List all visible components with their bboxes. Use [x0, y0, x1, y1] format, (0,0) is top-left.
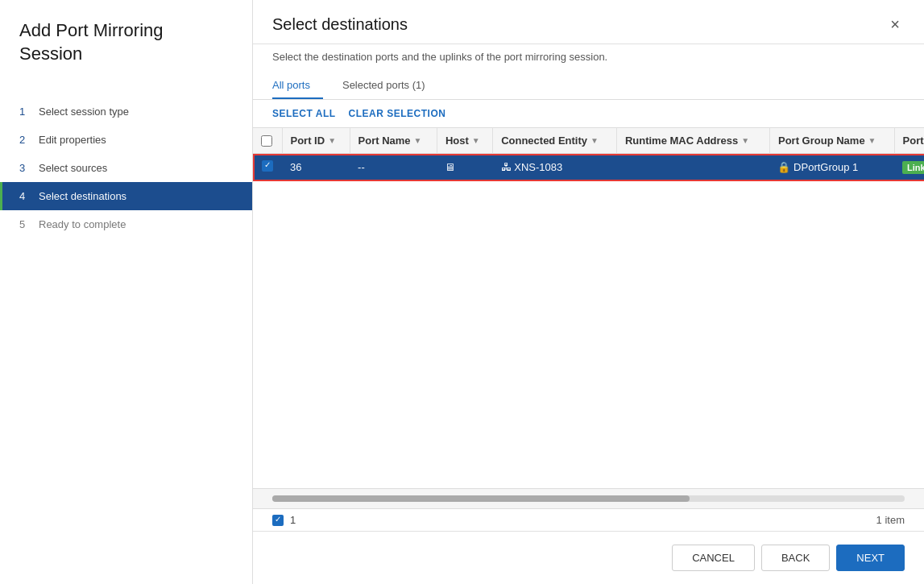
col-port-name: Port Name ▼ — [350, 128, 437, 154]
tabs-bar: All portsSelected ports (1) — [253, 72, 924, 100]
step-num-1: 1 — [19, 106, 31, 118]
sort-icon-port-id[interactable]: ▼ — [328, 136, 336, 145]
sort-icon-host[interactable]: ▼ — [472, 136, 480, 145]
cell-port-id: 36 — [282, 154, 350, 181]
tab-all[interactable]: All ports — [272, 72, 323, 99]
wizard-step-3[interactable]: 3 Select sources — [0, 154, 252, 182]
cell-port-state: Link Up — [894, 154, 924, 181]
wizard-step-2[interactable]: 2 Edit properties — [0, 126, 252, 154]
ports-table: Port ID ▼ Port Name ▼ Host ▼ — [253, 128, 924, 181]
actions-bar: CANCEL BACK NEXT — [253, 531, 924, 584]
step-num-3: 3 — [19, 162, 31, 174]
clear-selection-button[interactable]: CLEAR SELECTION — [349, 108, 446, 119]
col-port-state: Port State ▼ — [894, 128, 924, 154]
tab-selected[interactable]: Selected ports (1) — [342, 72, 438, 99]
sort-icon-connected-entity[interactable]: ▼ — [590, 136, 599, 145]
step-num-4: 4 — [19, 190, 31, 202]
col-host: Host ▼ — [437, 128, 492, 154]
cell-host: 🖥 — [437, 154, 492, 181]
wizard-steps: 1 Select session type2 Edit properties3 … — [0, 85, 252, 251]
wizard-step-1[interactable]: 1 Select session type — [0, 97, 252, 126]
footer-checkbox[interactable] — [272, 515, 284, 526]
scrollbar-thumb[interactable] — [272, 495, 690, 502]
cell-port-name: -- — [350, 154, 437, 181]
scroll-area — [253, 488, 924, 508]
cell-connected-entity: 🖧 XNS-1083 — [493, 154, 617, 181]
close-button[interactable]: × — [885, 14, 905, 34]
row-checkbox[interactable] — [262, 160, 273, 172]
step-label-1: Select session type — [39, 106, 129, 118]
footer-bar: 1 1 item — [253, 508, 924, 531]
col-checkbox — [253, 128, 282, 154]
scrollbar-track — [272, 495, 905, 502]
main-content: Select destinations × Select the destina… — [253, 0, 924, 584]
port-state-badge: Link Up — [902, 161, 924, 174]
step-num-5: 5 — [19, 218, 31, 230]
step-label-3: Select sources — [39, 162, 107, 174]
sidebar-title: Add Port Mirroring Session — [0, 19, 252, 85]
sort-icon-port-group-name[interactable]: ▼ — [868, 136, 876, 145]
sidebar: Add Port Mirroring Session 1 Select sess… — [0, 0, 253, 584]
dialog-subtitle: Select the destination ports and the upl… — [253, 44, 924, 72]
next-button[interactable]: NEXT — [836, 545, 905, 571]
step-label-5: Ready to complete — [39, 218, 126, 230]
wizard-step-4[interactable]: 4 Select destinations — [0, 182, 252, 210]
table-toolbar: SELECT ALL CLEAR SELECTION — [253, 100, 924, 127]
footer-selected-count: 1 — [290, 514, 296, 526]
cancel-button[interactable]: CANCEL — [672, 545, 755, 571]
footer-item-count: 1 item — [296, 514, 905, 526]
col-port-id: Port ID ▼ — [282, 128, 350, 154]
step-label-2: Edit properties — [39, 134, 106, 146]
footer-checkbox-area: 1 — [272, 514, 296, 526]
header-checkbox[interactable] — [261, 135, 272, 147]
row-checkbox-cell — [253, 154, 282, 181]
table-header: Port ID ▼ Port Name ▼ Host ▼ — [253, 128, 924, 154]
sort-icon-runtime-mac[interactable]: ▼ — [741, 136, 749, 145]
table-wrap: Port ID ▼ Port Name ▼ Host ▼ — [253, 127, 924, 488]
select-all-button[interactable]: SELECT ALL — [272, 108, 336, 119]
dialog-header: Select destinations × — [253, 0, 924, 44]
col-runtime-mac: Runtime MAC Address ▼ — [616, 128, 769, 154]
sort-icon-port-name[interactable]: ▼ — [414, 136, 422, 145]
cell-port-group-name: 🔒 DPortGroup 1 — [769, 154, 894, 181]
table-body: 36--🖥🖧 XNS-1083🔒 DPortGroup 1Link Up — [253, 154, 924, 181]
step-label-4: Select destinations — [39, 190, 126, 202]
col-connected-entity: Connected Entity ▼ — [493, 128, 617, 154]
col-port-group-name: Port Group Name ▼ — [769, 128, 894, 154]
cell-runtime-mac — [616, 154, 769, 181]
dialog-title: Select destinations — [272, 15, 408, 34]
table-row[interactable]: 36--🖥🖧 XNS-1083🔒 DPortGroup 1Link Up — [253, 154, 924, 181]
wizard-step-5: 5 Ready to complete — [0, 210, 252, 238]
step-num-2: 2 — [19, 134, 31, 146]
back-button[interactable]: BACK — [761, 545, 830, 571]
